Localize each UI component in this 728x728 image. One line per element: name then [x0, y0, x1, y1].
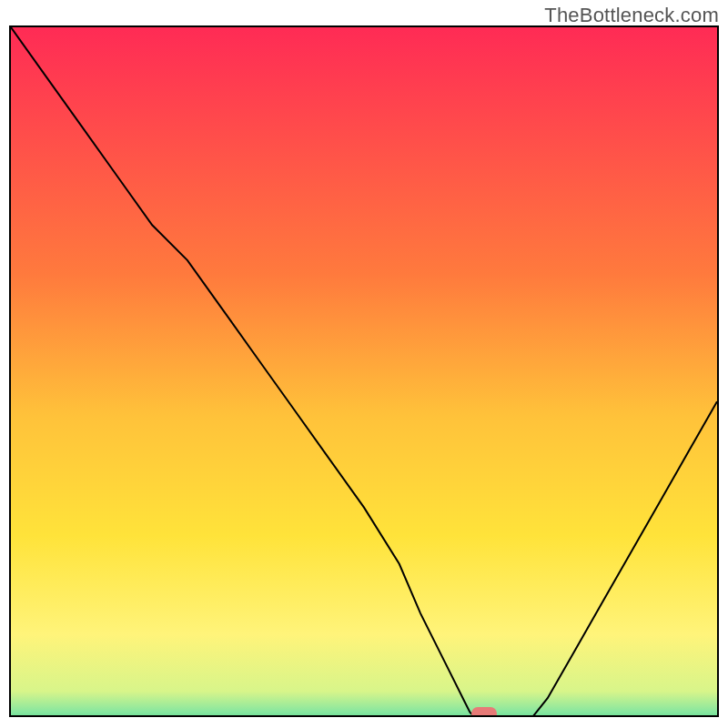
- bottleneck-curve: [11, 27, 717, 717]
- watermark-label: TheBottleneck.com: [544, 4, 719, 27]
- chart-container: TheBottleneck.com: [0, 0, 728, 728]
- optimal-marker: [471, 707, 497, 717]
- plot-area: [9, 25, 719, 717]
